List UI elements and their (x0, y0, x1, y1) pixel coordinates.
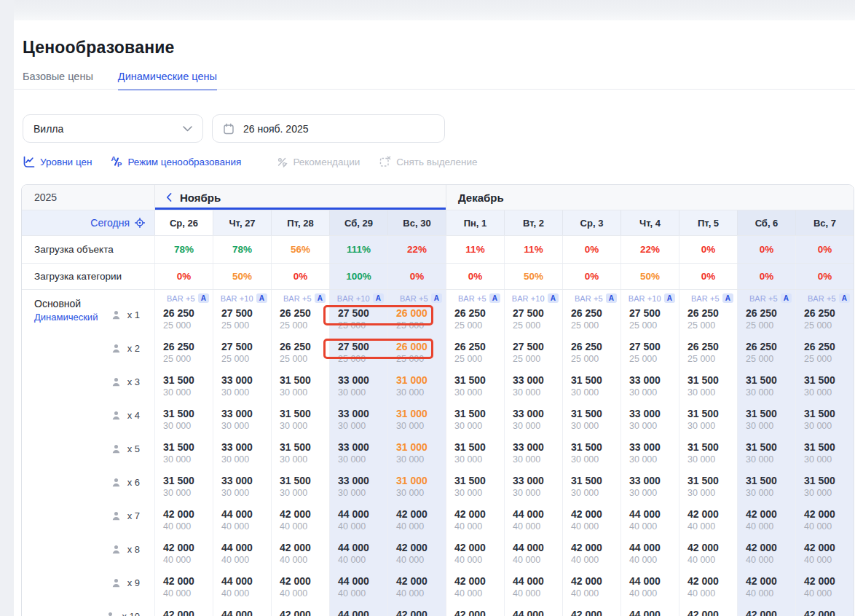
price-cell[interactable]: 33 00030 000 (505, 438, 562, 472)
price-cell[interactable]: 42 00040 000 (796, 606, 854, 616)
day-header-1[interactable]: Ср, 26 (154, 210, 213, 235)
price-cell[interactable]: 31 50030 000 (563, 472, 620, 505)
month-tab-december[interactable]: Декабрь (446, 185, 854, 210)
price-cell[interactable]: 31 50030 000 (446, 438, 504, 472)
price-cell[interactable]: 42 00040 000 (446, 572, 504, 606)
price-cell[interactable]: 44 00040 000 (505, 505, 562, 539)
bar-tag[interactable]: BAR +5A (446, 290, 504, 304)
price-cell[interactable]: 33 00030 000 (505, 371, 562, 405)
price-cell[interactable]: 33 00030 000 (330, 438, 387, 472)
day-header-10[interactable]: Пт, 5 (679, 210, 737, 235)
price-cell[interactable]: 42 00040 000 (796, 572, 854, 606)
price-cell[interactable]: 31 00030 000 (388, 405, 446, 438)
bar-tag[interactable]: BAR +10A (330, 290, 387, 304)
auto-mode-badge[interactable]: A (839, 293, 850, 303)
price-cell[interactable]: 26 25025 000 (738, 304, 795, 338)
price-cell[interactable]: 27 50025 000 (330, 338, 387, 371)
price-cell[interactable]: 31 50030 000 (738, 438, 795, 472)
price-cell[interactable]: 27 50025 000 (621, 338, 679, 371)
price-cell[interactable]: 44 00040 000 (505, 539, 562, 572)
price-cell[interactable]: 42 00040 000 (738, 505, 795, 539)
price-cell[interactable]: 42 00040 000 (738, 572, 795, 606)
auto-mode-badge[interactable]: A (315, 293, 326, 303)
price-cell[interactable]: 42 00040 000 (679, 505, 737, 539)
rate-plan-mode[interactable]: Динамический (34, 312, 98, 323)
price-cell[interactable]: 31 00030 000 (388, 371, 446, 405)
price-cell[interactable]: 26 25025 000 (679, 338, 737, 371)
price-cell[interactable]: 31 50030 000 (738, 405, 795, 438)
price-cell[interactable]: 33 00030 000 (330, 405, 387, 438)
price-cell[interactable]: 44 00040 000 (621, 505, 679, 539)
price-cell[interactable]: 31 50030 000 (155, 472, 213, 505)
price-cell[interactable]: 44 00040 000 (330, 505, 387, 539)
price-cell[interactable]: 27 50025 000 (213, 304, 271, 338)
price-cell[interactable]: 27 50025 000 (330, 304, 387, 338)
day-header-3[interactable]: Пт, 28 (271, 210, 329, 235)
price-cell[interactable]: 31 00030 000 (388, 472, 446, 505)
price-cell[interactable]: 27 50025 000 (213, 338, 271, 371)
auto-mode-badge[interactable]: A (373, 293, 384, 303)
price-cell[interactable]: 42 00040 000 (738, 539, 795, 572)
day-header-5[interactable]: Вс, 30 (387, 210, 446, 235)
price-cell[interactable]: 31 50030 000 (796, 371, 854, 405)
price-cell[interactable]: 42 00040 000 (388, 505, 446, 539)
price-cell[interactable]: 27 50025 000 (621, 304, 679, 338)
price-cell[interactable]: 26 25025 000 (446, 304, 504, 338)
bar-tag[interactable]: BAR +5A (155, 290, 213, 304)
price-cell[interactable]: 44 00040 000 (213, 505, 271, 539)
price-cell[interactable]: 31 50030 000 (272, 371, 329, 405)
price-cell[interactable]: 31 50030 000 (679, 438, 737, 472)
tab-dynamic-prices[interactable]: Динамические цены (118, 71, 217, 90)
auto-mode-badge[interactable]: A (256, 293, 267, 303)
price-cell[interactable]: 42 00040 000 (155, 572, 213, 606)
price-cell[interactable]: 26 25025 000 (155, 304, 213, 338)
price-cell[interactable]: 44 00040 000 (330, 572, 387, 606)
category-select[interactable]: Вилла (23, 114, 203, 143)
price-cell[interactable]: 26 25025 000 (738, 338, 795, 371)
price-cell[interactable]: 31 50030 000 (796, 405, 854, 438)
price-cell[interactable]: 44 00040 000 (330, 539, 387, 572)
day-header-11[interactable]: Сб, 6 (737, 210, 795, 235)
price-cell[interactable]: 42 00040 000 (155, 505, 213, 539)
price-cell[interactable]: 44 00040 000 (213, 606, 271, 616)
price-cell[interactable]: 31 50030 000 (446, 472, 504, 505)
price-levels-button[interactable]: Уровни цен (23, 156, 92, 168)
price-cell[interactable]: 42 00040 000 (388, 606, 446, 616)
price-cell[interactable]: 31 50030 000 (155, 405, 213, 438)
auto-mode-badge[interactable]: A (606, 293, 617, 303)
price-cell[interactable]: 33 00030 000 (621, 438, 679, 472)
price-cell[interactable]: 26 25025 000 (563, 304, 620, 338)
price-cell[interactable]: 31 50030 000 (738, 371, 795, 405)
bar-tag[interactable]: BAR +5A (388, 290, 446, 304)
bar-tag[interactable]: BAR +5A (563, 290, 620, 304)
price-cell[interactable]: 42 00040 000 (272, 539, 329, 572)
price-cell[interactable]: 26 25025 000 (679, 304, 737, 338)
month-tab-november[interactable]: Ноябрь (154, 185, 446, 210)
day-header-2[interactable]: Чт, 27 (213, 210, 271, 235)
price-cell[interactable]: 42 00040 000 (155, 606, 213, 616)
price-cell[interactable]: 33 00030 000 (213, 472, 271, 505)
price-cell[interactable]: 26 25025 000 (155, 338, 213, 371)
price-cell[interactable]: 33 00030 000 (621, 472, 679, 505)
price-cell[interactable]: 31 50030 000 (563, 405, 620, 438)
price-cell[interactable]: 27 50025 000 (505, 338, 562, 371)
price-cell[interactable]: 42 00040 000 (446, 539, 504, 572)
price-cell[interactable]: 31 50030 000 (446, 371, 504, 405)
auto-mode-badge[interactable]: A (198, 293, 209, 303)
price-cell[interactable]: 33 00030 000 (330, 371, 387, 405)
auto-mode-badge[interactable]: A (722, 293, 733, 303)
today-link[interactable]: Сегодня (22, 210, 154, 235)
price-cell[interactable]: 42 00040 000 (388, 572, 446, 606)
price-cell[interactable]: 42 00040 000 (388, 539, 446, 572)
price-cell[interactable]: 33 00030 000 (505, 405, 562, 438)
price-cell[interactable]: 26 25025 000 (796, 304, 854, 338)
day-header-8[interactable]: Ср, 3 (562, 210, 620, 235)
price-cell[interactable]: 26 25025 000 (563, 338, 620, 371)
price-cell[interactable]: 26 25025 000 (272, 304, 329, 338)
auto-mode-badge[interactable]: A (431, 293, 442, 303)
price-cell[interactable]: 42 00040 000 (272, 606, 329, 616)
bar-tag[interactable]: BAR +10A (213, 290, 271, 304)
bar-tag[interactable]: BAR +5A (272, 290, 329, 304)
price-cell[interactable]: 31 50030 000 (679, 371, 737, 405)
bar-tag[interactable]: BAR +10A (505, 290, 562, 304)
